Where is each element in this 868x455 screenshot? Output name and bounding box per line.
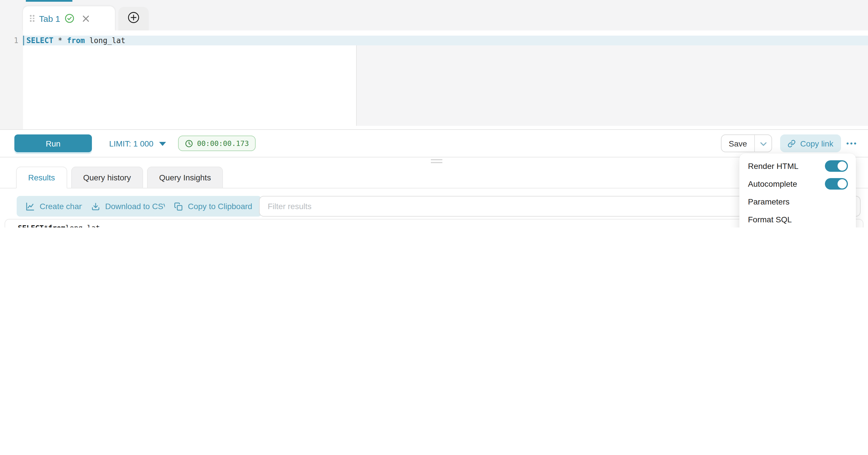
tab-query-insights[interactable]: Query Insights [147,166,223,188]
editor-empty-area [356,46,868,126]
button-label: Download to CSV [105,202,168,211]
create-chart-button[interactable]: Create chart [17,196,93,217]
pane-resize-handle[interactable] [431,159,442,164]
save-options-button[interactable] [754,135,772,152]
menu-item-label: Autocomplete [748,179,797,188]
copy-link-label: Copy link [800,139,833,148]
sql-text: long_lat [65,223,100,228]
menu-item-label: Render HTML [748,161,799,170]
toggle-autocomplete[interactable] [825,178,848,189]
options-menu: Render HTMLAutocompleteParametersFormat … [739,153,856,228]
copy-link-button[interactable]: Copy link [780,134,841,152]
download-icon [91,202,105,211]
copy-to-clipboard-button[interactable]: Copy to Clipboard [165,196,261,217]
query-success-check-icon [65,14,74,23]
sql-code-line[interactable]: SELECT * from long_lat [26,36,125,46]
save-button[interactable]: Save [721,135,754,152]
tab-drag-handle-icon[interactable] [30,15,34,22]
sql-text: long_lat [85,36,126,45]
save-split-button: Save [721,134,772,152]
chevron-down-icon [760,138,767,149]
results-tab-bar: ResultsQuery historyQuery Insights [0,166,868,188]
tab-close-icon[interactable] [82,14,89,22]
caret-down-icon [159,142,166,146]
chart-icon [26,202,40,211]
menu-item-label: Format SQL [748,215,792,224]
query-timer-badge: 00:00:00.173 [178,135,256,151]
toggle-render-html[interactable] [825,160,848,172]
plus-circle-icon [127,11,140,26]
button-label: Create chart [40,202,84,211]
line-number: 1 [0,36,19,46]
menu-item-render-html[interactable]: Render HTML [742,157,853,175]
more-options-button[interactable]: ••• [842,134,862,152]
button-label: Copy to Clipboard [188,202,252,211]
download-to-csv-button[interactable]: Download to CSV [82,196,178,217]
sql-text: SELECT [18,223,44,228]
limit-dropdown[interactable]: LIMIT: 1 000 [109,130,166,157]
menu-item-parameters[interactable]: Parameters [742,192,853,210]
results-toolbar: Create chartDownload to CSVCopy to Clipb… [0,196,868,217]
sql-text: * [54,36,67,45]
menu-item-label: Parameters [748,197,789,206]
sql-editor[interactable]: 1 SELECT * from long_lat [0,30,868,129]
limit-value: 1 000 [133,139,153,148]
menu-item-autocomplete[interactable]: Autocomplete [742,175,853,192]
tab-query-history[interactable]: Query history [71,166,143,188]
clock-icon [185,139,193,147]
query-preview-box: SELECT * from long_lat [5,219,863,228]
sql-editor-app: Tab 1 1 SELECT * from long_lat Run LIMIT… [0,0,868,228]
sql-text: from [48,223,65,228]
sql-text: * [44,223,48,228]
text-cursor [23,36,24,46]
editor-tab-bar: Tab 1 [0,0,868,30]
editor-active-line [23,36,868,46]
tab-active-indicator [26,0,72,2]
tab-results[interactable]: Results [16,166,67,188]
run-button[interactable]: Run [14,134,92,152]
link-icon [787,139,796,147]
timer-value: 00:00:00.173 [197,139,249,148]
copy-icon [174,202,188,211]
sql-keyword: SELECT [26,36,54,45]
limit-label: LIMIT: [109,139,131,148]
sql-keyword: from [67,36,85,45]
add-tab-button[interactable] [118,7,149,30]
run-bar: Run LIMIT: 1 000 00:00:00.173 Save Copy … [0,129,868,157]
menu-item-format-sql[interactable]: Format SQL [742,210,853,228]
query-tab[interactable]: Tab 1 [22,6,116,30]
tab-title: Tab 1 [39,13,60,23]
